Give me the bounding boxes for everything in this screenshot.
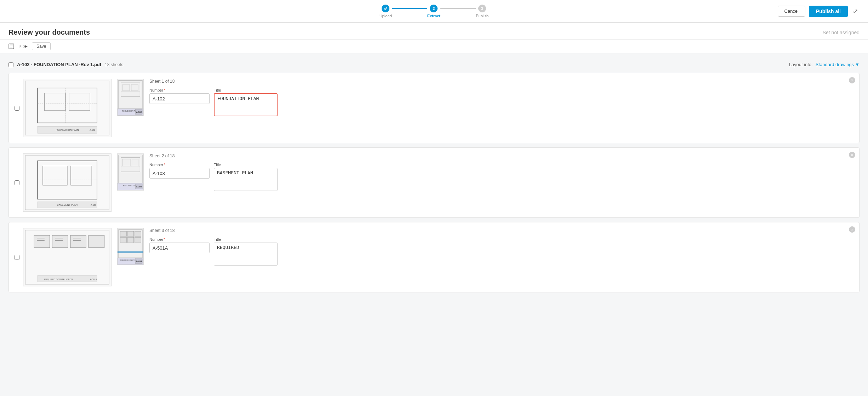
svg-rect-64 [127, 238, 134, 243]
sheet-2-blueprint: BASEMENT PLAN A-103 [23, 154, 111, 211]
layout-dropdown[interactable]: Standard drawings ▼ [816, 62, 860, 67]
step-upload: Upload [379, 5, 392, 18]
step-upload-circle [382, 5, 389, 12]
sheet-card-3: REQUIRED CONSTRUCTION A-501A [8, 222, 860, 292]
sheet-3-num: Sheet 3 of 18 [149, 228, 845, 233]
sheet-2-small-blueprint: BASEMENT PLAN A-103 [118, 153, 143, 191]
svg-text:REQUIRED CONSTRUCTION: REQUIRED CONSTRUCTION [44, 278, 73, 280]
sheet-3-preview-small: REQUIRED CONSTRUCTION A-501A [117, 228, 144, 265]
sheet-1-number-required: * [164, 88, 165, 92]
sheet-1-number-input[interactable] [149, 93, 210, 104]
layout-dropdown-value: Standard drawings [816, 62, 854, 67]
sheet-3-close-button[interactable]: × [849, 226, 856, 233]
svg-rect-0 [9, 44, 14, 49]
sheet-3-blueprint: REQUIRED CONSTRUCTION A-501A [23, 228, 111, 286]
sheet-3-number-input[interactable] [149, 243, 210, 253]
sheet-2-number-group: Number* [149, 163, 210, 179]
content: A-102 - FOUNDATION PLAN -Rev 1.pdf 18 sh… [0, 53, 868, 302]
step-publish-circle: 3 [478, 5, 486, 12]
sheet-2-number-input[interactable] [149, 168, 210, 179]
sheet-1-title-label: Title [214, 88, 278, 92]
svg-text:FOUNDATION PLAN: FOUNDATION PLAN [56, 129, 79, 131]
svg-rect-46 [52, 235, 68, 248]
sheet-count: 18 sheets [105, 62, 123, 67]
step-publish: 3 Publish [476, 5, 489, 18]
svg-rect-62 [135, 231, 141, 237]
sheet-1-title-input[interactable]: FOUNDATION PLAN [214, 93, 278, 116]
file-header: A-102 - FOUNDATION PLAN -Rev 1.pdf 18 sh… [8, 59, 860, 70]
pdf-icon [8, 43, 14, 49]
svg-rect-65 [135, 238, 141, 243]
sheet-3-small-blueprint: REQUIRED CONSTRUCTION A-501A [118, 228, 143, 265]
svg-rect-60 [120, 231, 127, 237]
sheet-3-title-label: Title [214, 237, 278, 241]
sheet-3-fields: Sheet 3 of 18 Number* Title REQUIRED [149, 228, 845, 266]
file-checkbox[interactable] [8, 62, 13, 67]
step-upload-label: Upload [379, 14, 392, 18]
svg-text:A-103: A-103 [136, 186, 142, 188]
step-extract-label: Extract [427, 14, 440, 18]
step-line-2 [440, 8, 476, 9]
file-name: A-102 - FOUNDATION PLAN -Rev 1.pdf [17, 62, 101, 67]
sheet-2-fields: Sheet 2 of 18 Number* Title BASEMENT PLA… [149, 153, 845, 191]
topbar: Upload 2 Extract 3 Publish Cancel Publis… [0, 0, 868, 23]
svg-text:A-501A: A-501A [90, 278, 97, 280]
sheet-2-number-label: Number* [149, 163, 210, 167]
sheet-3-number-group: Number* [149, 237, 210, 253]
sheet-1-preview-large: FOUNDATION PLAN A-102 [23, 79, 112, 137]
sheet-2-close-button[interactable]: × [849, 151, 856, 158]
sheet-1-close-icon: × [849, 77, 855, 83]
sheet-3-number-label: Number* [149, 237, 210, 241]
sheet-2-title-input[interactable]: BASEMENT PLAN [214, 168, 278, 191]
sheet-1-inner: FOUNDATION PLAN A-102 FOUNDATION PLAN [23, 79, 845, 137]
layout-dropdown-arrow: ▼ [855, 62, 860, 67]
step-publish-label: Publish [476, 14, 489, 18]
checkmark-icon [383, 6, 388, 11]
step-extract-circle: 2 [430, 5, 438, 12]
step-line-1 [392, 8, 427, 9]
sheet-3-preview-large: REQUIRED CONSTRUCTION A-501A [23, 228, 112, 286]
sheet-1-close-button[interactable]: × [849, 77, 856, 84]
step-extract: 2 Extract [427, 5, 440, 18]
svg-text:BASEMENT PLAN: BASEMENT PLAN [57, 204, 78, 206]
save-button[interactable]: Save [32, 42, 51, 50]
sheet-1-number-label: Number* [149, 88, 210, 92]
toolbar: PDF Save [0, 40, 868, 53]
publish-all-button[interactable]: Publish all [809, 6, 848, 17]
sheet-1-blueprint: FOUNDATION PLAN A-102 [23, 79, 111, 137]
sheet-card-1: FOUNDATION PLAN A-102 FOUNDATION PLAN [8, 73, 860, 143]
sheet-1-checkbox[interactable] [15, 106, 19, 111]
sheet-3-title-group: Title REQUIRED [214, 237, 278, 266]
sheet-1-fields-row: Number* Title FOUNDATION PLAN [149, 88, 845, 116]
expand-icon: ⤢ [853, 8, 858, 15]
sheet-2-checkbox[interactable] [15, 180, 19, 185]
sheet-3-close-icon: × [849, 226, 855, 233]
sheet-2-preview-large: BASEMENT PLAN A-103 [23, 153, 112, 212]
sheet-3-checkbox[interactable] [15, 255, 19, 260]
svg-rect-48 [88, 235, 104, 248]
sheet-3-title-input[interactable]: REQUIRED [214, 243, 278, 266]
sheet-1-number-group: Number* [149, 88, 210, 104]
sheet-1-preview-small: FOUNDATION PLAN A-102 [117, 79, 144, 116]
set-not-assigned: Set not assigned [823, 30, 860, 35]
sheet-1-fields: Sheet 1 of 18 Number* Title FOUNDATION P… [149, 79, 845, 116]
svg-rect-66 [118, 251, 143, 253]
svg-text:A-102: A-102 [90, 129, 95, 131]
topbar-actions: Cancel Publish all ⤢ [778, 6, 860, 17]
svg-text:A-103: A-103 [91, 204, 96, 206]
sheet-2-preview-small: BASEMENT PLAN A-103 [117, 153, 144, 191]
file-header-left: A-102 - FOUNDATION PLAN -Rev 1.pdf 18 sh… [8, 62, 123, 67]
page-title: Review your documents [8, 28, 90, 36]
sheet-2-title-group: Title BASEMENT PLAN [214, 163, 278, 191]
sheet-1-num: Sheet 1 of 18 [149, 79, 845, 84]
sheet-2-title-label: Title [214, 163, 278, 167]
sheet-2-close-icon: × [849, 152, 855, 158]
sheet-2-inner: BASEMENT PLAN A-103 BASEMENT PLAN A-103 [23, 153, 845, 212]
cancel-button[interactable]: Cancel [778, 6, 805, 17]
stepper: Upload 2 Extract 3 Publish [379, 5, 489, 18]
svg-text:A-102: A-102 [136, 111, 142, 113]
sheet-card-2: BASEMENT PLAN A-103 BASEMENT PLAN A-103 [8, 147, 860, 218]
layout-info: Layout info: Standard drawings ▼ [789, 62, 860, 67]
expand-button[interactable]: ⤢ [851, 6, 860, 17]
svg-text:A-501A: A-501A [136, 260, 142, 262]
